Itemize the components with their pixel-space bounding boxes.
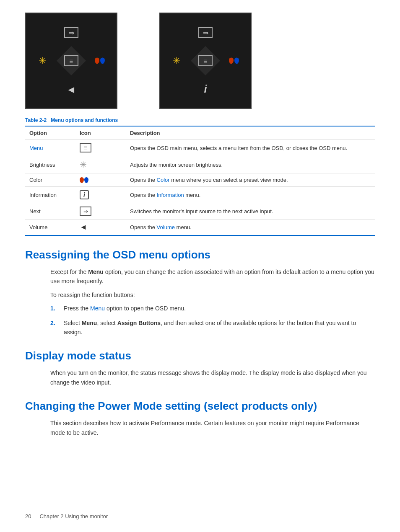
reassigning-body: Except for the Menu option, you can chan… bbox=[50, 267, 375, 337]
drop-blue bbox=[84, 177, 88, 183]
monitor-left: ⇒ ≡ ✳ ◄ bbox=[25, 13, 117, 109]
bottom-icon-left: ◄ bbox=[66, 84, 76, 96]
table-caption: Table 2-2 Menu options and functions bbox=[25, 117, 375, 123]
option-cell: Menu bbox=[25, 140, 75, 156]
power-mode-section: Changing the Power Mode setting (select … bbox=[25, 400, 375, 437]
brightness-icon: ✳ bbox=[80, 160, 87, 170]
center-icon-right: ≡ bbox=[198, 55, 213, 66]
col-header-icon: Icon bbox=[75, 126, 126, 140]
drop-red bbox=[80, 177, 84, 183]
top-icon-left: ⇒ bbox=[64, 27, 78, 38]
chapter-label: Chapter 2 Using the monitor bbox=[39, 513, 108, 519]
display-mode-heading: Display mode status bbox=[25, 349, 375, 362]
desc-cell: Opens the Color menu where you can selec… bbox=[126, 173, 375, 187]
desc-cell: Adjusts the monitor screen brightness. bbox=[126, 156, 375, 173]
option-cell: Brightness bbox=[25, 156, 75, 173]
display-mode-body: When you turn on the monitor, the status… bbox=[50, 368, 375, 387]
color-icon bbox=[80, 177, 122, 183]
icon-cell: i bbox=[75, 187, 126, 203]
desc-cell: Opens the Information menu. bbox=[126, 187, 375, 203]
reassigning-para2: To reassign the function buttons: bbox=[50, 290, 375, 300]
list-item: 2. Select Menu, select Assign Buttons, a… bbox=[50, 318, 375, 337]
menu-icon: ≡ bbox=[80, 143, 91, 152]
icon-cell: ≡ bbox=[75, 140, 126, 156]
volume-icon: ◄ bbox=[80, 223, 87, 232]
options-table: Option Icon Description Menu ≡ Opens the… bbox=[25, 126, 375, 236]
table-caption-title: Menu options and functions bbox=[51, 117, 118, 123]
col-header-description: Description bbox=[126, 126, 375, 140]
page-number: 20 bbox=[25, 513, 31, 519]
left-icon-left: ✳ bbox=[39, 55, 46, 66]
left-icon-right: ✳ bbox=[173, 55, 180, 66]
next-icon: ⇒ bbox=[80, 207, 91, 216]
page-footer: 20 Chapter 2 Using the monitor bbox=[25, 513, 108, 519]
option-cell: Information bbox=[25, 187, 75, 203]
desc-cell: Opens the OSD main menu, selects a menu … bbox=[126, 140, 375, 156]
table-caption-label: Table 2-2 bbox=[25, 117, 47, 123]
power-mode-heading: Changing the Power Mode setting (select … bbox=[25, 400, 375, 413]
option-cell: Color bbox=[25, 173, 75, 187]
right-icon-left bbox=[95, 58, 105, 64]
desc-cell: Switches the monitor's input source to t… bbox=[126, 203, 375, 220]
table-row: Brightness ✳ Adjusts the monitor screen … bbox=[25, 156, 375, 173]
display-mode-para: When you turn on the monitor, the status… bbox=[50, 368, 375, 387]
icon-cell: ⇒ bbox=[75, 203, 126, 220]
bottom-icon-right: i bbox=[204, 83, 207, 96]
center-icon-left: ≡ bbox=[64, 55, 78, 66]
list-item: 1. Press the Menu option to open the OSD… bbox=[50, 304, 375, 313]
col-header-option: Option bbox=[25, 126, 75, 140]
information-icon: i bbox=[80, 190, 89, 199]
icon-cell: ✳ bbox=[75, 156, 126, 173]
table-row: Information i Opens the Information menu… bbox=[25, 187, 375, 203]
reassigning-section: Reassigning the OSD menu options Except … bbox=[25, 248, 375, 337]
reassigning-steps: 1. Press the Menu option to open the OSD… bbox=[50, 304, 375, 337]
desc-cell: Opens the Volume menu. bbox=[126, 220, 375, 236]
power-mode-body: This section describes how to activate P… bbox=[50, 418, 375, 437]
table-row: Color Opens the Color menu where you can… bbox=[25, 173, 375, 187]
power-mode-para: This section describes how to activate P… bbox=[50, 418, 375, 437]
monitor-images-section: ⇒ ≡ ✳ ◄ bbox=[25, 13, 375, 109]
table-row: Volume ◄ Opens the Volume menu. bbox=[25, 220, 375, 236]
option-cell: Volume bbox=[25, 220, 75, 236]
display-mode-section: Display mode status When you turn on the… bbox=[25, 349, 375, 387]
monitor-right: ⇒ ≡ ✳ i bbox=[159, 13, 252, 109]
reassigning-heading: Reassigning the OSD menu options bbox=[25, 248, 375, 261]
right-icon-right bbox=[229, 58, 239, 64]
option-cell: Next bbox=[25, 203, 75, 220]
icon-cell: ◄ bbox=[75, 220, 126, 236]
table-row: Next ⇒ Switches the monitor's input sour… bbox=[25, 203, 375, 220]
table-row: Menu ≡ Opens the OSD main menu, selects … bbox=[25, 140, 375, 156]
icon-cell bbox=[75, 173, 126, 187]
reassigning-para1: Except for the Menu option, you can chan… bbox=[50, 267, 375, 286]
top-icon-right: ⇒ bbox=[198, 27, 213, 38]
